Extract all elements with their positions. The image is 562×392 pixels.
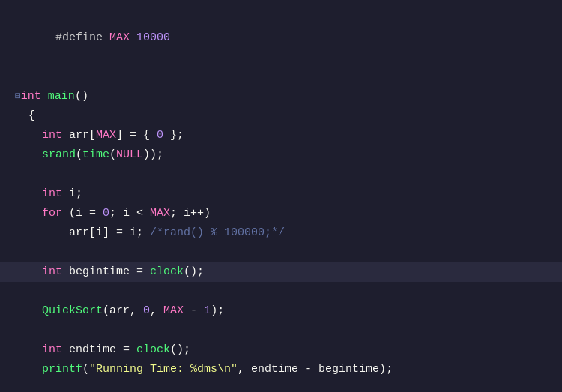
code-token: int (42, 262, 62, 282)
code-token (15, 340, 42, 360)
code-line-16: int endtime = clock(); (0, 340, 562, 360)
fold-icon[interactable]: ⊟ (15, 87, 21, 106)
code-line-2 (0, 67, 562, 87)
code-token: MAX (163, 301, 184, 321)
code-token: ; (217, 301, 224, 321)
code-token: - (184, 301, 204, 321)
code-token: 10000 (136, 31, 170, 44)
code-token (130, 31, 136, 44)
code-token: int (42, 126, 62, 145)
code-token: printf (42, 360, 82, 379)
code-token: () (75, 87, 88, 106)
code-token: ] = { (116, 126, 157, 145)
code-token: clock (136, 340, 170, 360)
code-token: int (42, 340, 62, 360)
code-token: MAX (150, 204, 170, 223)
code-token (15, 360, 42, 379)
code-token: "Running Time: %dms\n" (89, 360, 238, 379)
code-token: /*rand() % 100000;*/ (150, 223, 285, 243)
code-token: main (48, 87, 75, 106)
code-token: 0 (143, 301, 150, 321)
code-token (15, 126, 42, 145)
code-token: i; (62, 184, 82, 204)
code-token: ; i < (109, 204, 150, 223)
code-token: int (42, 184, 62, 204)
code-token: arr[ (62, 126, 96, 145)
code-token: }; (163, 126, 184, 145)
code-token: , (150, 301, 163, 321)
code-line-10: arr[i] = i; /*rand() % 100000;*/ (0, 223, 562, 243)
code-token: ; (197, 262, 204, 282)
code-token: () (184, 262, 197, 282)
code-token: endtime = (62, 340, 136, 360)
code-token: begintime = (62, 262, 150, 282)
code-line-14: QuickSort(arr, 0, MAX - 1); (0, 301, 562, 321)
code-token: ( (82, 360, 89, 379)
code-token: MAX (96, 126, 116, 145)
code-line-4: { (0, 106, 562, 126)
code-line-8: int i; (0, 184, 562, 204)
code-line-11 (0, 243, 562, 262)
code-token: ; i++) (170, 204, 211, 223)
code-token: (i = (62, 204, 103, 223)
code-token: ); (150, 145, 163, 165)
code-line-7 (0, 165, 562, 184)
code-line-18 (0, 379, 562, 392)
code-token (41, 87, 48, 106)
code-token (15, 204, 42, 223)
code-token: 1 (204, 301, 211, 321)
code-line-1: #define MAX 10000 (0, 9, 562, 67)
code-editor: #define MAX 10000 ⊟int main() { int arr[… (0, 0, 562, 392)
code-token: QuickSort (42, 301, 103, 321)
code-token: ; (184, 340, 190, 360)
code-token: () (170, 340, 184, 360)
code-token: int (21, 87, 41, 106)
code-line-13 (0, 282, 562, 301)
code-line-6: srand(time(NULL)); (0, 145, 562, 165)
code-token: { (15, 106, 35, 126)
code-token: ( (109, 145, 116, 165)
code-token: clock (150, 262, 184, 282)
code-line-17: printf("Running Time: %dms\n", endtime -… (0, 360, 562, 379)
code-token: for (42, 204, 62, 223)
code-token: arr, (109, 301, 143, 321)
code-token: arr[i] = i; (15, 223, 150, 243)
code-token (15, 184, 42, 204)
code-line-12: int begintime = clock(); (0, 262, 562, 282)
code-token: 0 (103, 204, 109, 223)
code-token: #define (55, 31, 109, 44)
code-token: time (82, 145, 109, 165)
code-token: ( (76, 145, 82, 165)
code-token: ( (103, 301, 109, 321)
code-token (15, 301, 42, 321)
code-token: NULL (116, 145, 143, 165)
code-line-5: int arr[MAX] = { 0 }; (0, 126, 562, 145)
code-line-9: for (i = 0; i < MAX; i++) (0, 204, 562, 223)
code-line-3: ⊟int main() (0, 87, 562, 106)
code-token (15, 145, 42, 165)
code-token: MAX (109, 31, 130, 44)
code-token: srand (42, 145, 76, 165)
code-token: 0 (157, 126, 163, 145)
code-token: , endtime - begintime); (238, 360, 393, 379)
code-token: ) (143, 145, 150, 165)
code-token: ) (211, 301, 217, 321)
code-token (15, 262, 42, 282)
code-line-15 (0, 321, 562, 340)
